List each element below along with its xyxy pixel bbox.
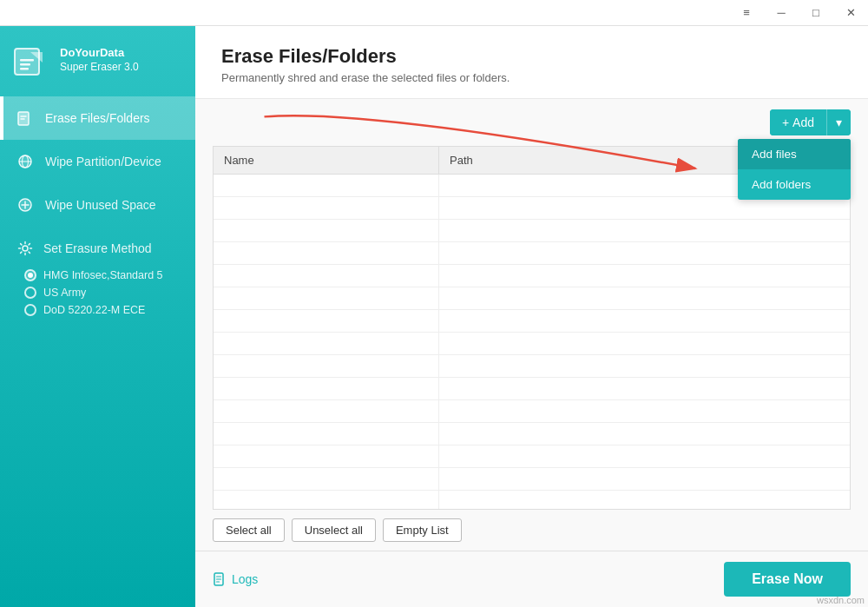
sidebar-item-label-erase: Erase Files/Folders (45, 111, 150, 125)
table-row (214, 242, 850, 265)
table-row (214, 220, 850, 242)
radio-hmg (24, 269, 36, 281)
add-folders-option[interactable]: Add folders (738, 169, 851, 200)
table-row (214, 355, 850, 378)
chevron-down-icon: ▾ (836, 115, 842, 129)
add-button-label: Add (792, 115, 814, 129)
erasure-method-section: Set Erasure Method HMG Infosec,Standard … (0, 227, 195, 324)
table-row (214, 310, 850, 333)
radio-dod (24, 304, 36, 316)
gear-icon (16, 239, 35, 258)
add-button[interactable]: + Add ▾ (770, 109, 851, 135)
table-body (214, 175, 850, 509)
erasure-option-army[interactable]: US Army (24, 284, 180, 301)
minimize-button[interactable]: ─ (764, 0, 799, 26)
table-row (214, 400, 850, 423)
table-row (214, 445, 850, 468)
sidebar-item-wipe-partition[interactable]: Wipe Partition/Device (0, 140, 195, 183)
table-row (214, 333, 850, 355)
unselect-all-button[interactable]: Unselect all (292, 518, 376, 542)
close-button[interactable]: ✕ (833, 0, 868, 26)
erase-now-button[interactable]: Erase Now (724, 562, 851, 597)
svg-point-12 (23, 246, 28, 251)
sidebar-item-label-unused: Wipe Unused Space (45, 198, 156, 212)
menu-button[interactable]: ≡ (729, 0, 764, 26)
table-row (214, 378, 850, 400)
select-all-button[interactable]: Select all (213, 518, 285, 542)
sidebar-item-erase-files[interactable]: Erase Files/Folders (0, 96, 195, 140)
file-table: Name Path (213, 146, 851, 510)
svg-rect-4 (20, 68, 29, 70)
add-dropdown-arrow[interactable]: ▾ (827, 109, 851, 135)
app-container: DoYourData Super Eraser 3.0 Erase Files/… (0, 26, 868, 607)
title-bar: ≡ ─ □ ✕ (0, 0, 868, 26)
erasure-method-title[interactable]: Set Erasure Method (16, 239, 180, 258)
wipe-partition-icon (16, 152, 35, 171)
erasure-options: HMG Infosec,Standard 5 US Army DoD 5220.… (16, 267, 180, 319)
erasure-option-hmg[interactable]: HMG Infosec,Standard 5 (24, 267, 180, 284)
table-row (214, 423, 850, 445)
logs-link[interactable]: Logs (213, 572, 258, 586)
sidebar-logo: DoYourData Super Eraser 3.0 (0, 26, 195, 92)
table-row (214, 197, 850, 220)
logs-icon (213, 572, 227, 586)
main-content: Erase Files/Folders Permanently shred an… (195, 26, 868, 607)
add-dropdown-menu: Add files Add folders (738, 139, 851, 200)
window-controls: ≡ ─ □ ✕ (729, 0, 868, 26)
erase-files-icon (16, 109, 35, 128)
table-row (214, 491, 850, 509)
toolbar: + Add ▾ Add files Add folders (195, 99, 868, 146)
table-row (214, 287, 850, 310)
main-header: Erase Files/Folders Permanently shred an… (195, 26, 868, 99)
col-name-header: Name (214, 147, 439, 174)
page-subtitle: Permanently shred and erase the selected… (221, 71, 842, 84)
erasure-option-dod[interactable]: DoD 5220.22-M ECE (24, 301, 180, 319)
table-row (214, 265, 850, 287)
bottom-controls: Select all Unselect all Empty List (195, 510, 868, 551)
plus-icon: + (782, 115, 789, 129)
page-title: Erase Files/Folders (221, 45, 842, 68)
sidebar-item-wipe-unused[interactable]: Wipe Unused Space (0, 183, 195, 227)
radio-army (24, 287, 36, 299)
app-title: DoYourData Super Eraser 3.0 (60, 46, 139, 74)
sidebar: DoYourData Super Eraser 3.0 Erase Files/… (0, 26, 195, 607)
svg-rect-3 (20, 63, 30, 66)
maximize-button[interactable]: □ (799, 0, 833, 26)
empty-list-button[interactable]: Empty List (383, 518, 462, 542)
table-row (214, 468, 850, 491)
sidebar-item-label-partition: Wipe Partition/Device (45, 155, 161, 168)
main-body: + Add ▾ Add files Add folders Name (195, 99, 868, 551)
add-files-option[interactable]: Add files (738, 139, 851, 169)
wipe-unused-icon (16, 195, 35, 214)
svg-rect-2 (20, 59, 34, 62)
app-logo-icon (13, 42, 49, 78)
sidebar-nav: Erase Files/Folders Wipe Partition/Devic… (0, 96, 195, 227)
logs-label: Logs (232, 572, 258, 586)
watermark: wsxdn.com (817, 595, 865, 605)
main-footer: Logs Erase Now (195, 551, 868, 607)
